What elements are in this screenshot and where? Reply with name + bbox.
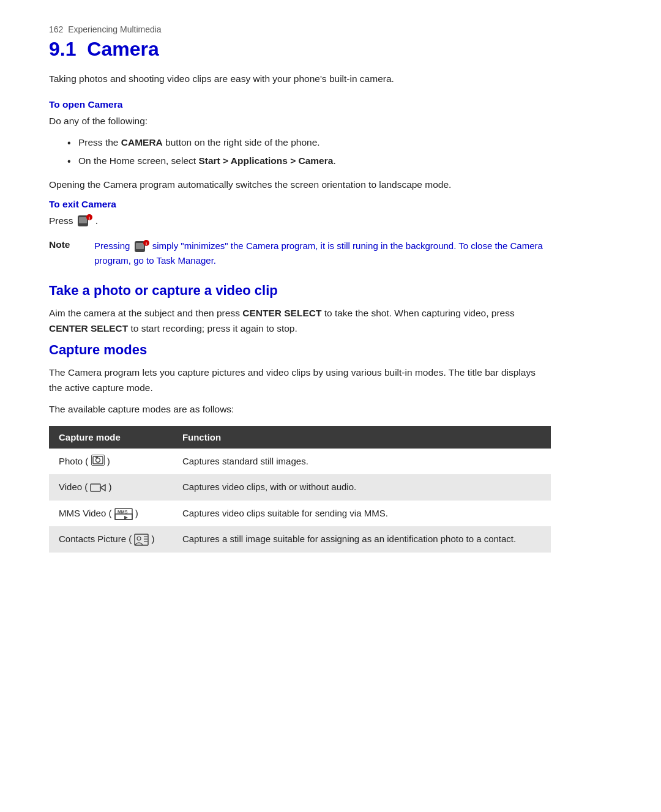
table-cell-function: Captures standard still images. [173,449,551,475]
svg-rect-14 [115,514,132,520]
capture-modes-heading: Capture modes [49,342,612,358]
svg-rect-11 [91,484,100,491]
press-label: Press [49,214,73,229]
table-row: Photo ( ) Captures standard still images… [49,449,551,475]
open-camera-bullets: Press the CAMERA button on the right sid… [67,135,612,169]
svg-marker-12 [100,485,105,491]
table-row: Contacts Picture ( ) Captures a still im… [49,526,551,553]
table-cell-function: Captures video clips suitable for sendin… [173,501,551,527]
svg-point-18 [137,537,141,540]
svg-rect-1 [79,217,87,223]
table-cell-function: Captures video clips, with or without au… [173,474,551,501]
end-key-icon: i [76,214,93,228]
table-cell-mode: Video ( ) [49,474,173,501]
svg-text:i: i [89,216,90,220]
list-item: Press the CAMERA button on the right sid… [67,135,612,151]
open-camera-intro: Do any of the following: [49,114,551,129]
video-mode-icon [90,483,106,493]
mms-mode-icon: MMS [114,508,133,520]
period: . [95,214,98,229]
svg-rect-5 [136,243,144,249]
to-exit-camera-heading: To exit Camera [49,199,612,210]
table-cell-mode: Contacts Picture ( ) [49,526,173,553]
chapter-number: 9.1 [49,38,76,60]
section-label: Experiencing Multimedia [68,24,162,34]
table-cell-function: Captures a still image suitable for assi… [173,526,551,553]
svg-text:i: i [146,241,147,245]
table-cell-mode: MMS Video ( MMS ) [49,501,173,527]
svg-text:MMS: MMS [118,510,128,514]
chapter-name: Camera [87,38,159,60]
landscape-note: Opening the Camera program automatically… [49,177,551,193]
capture-modes-intro: The Camera program lets you capture pict… [49,365,551,396]
available-modes-text: The available capture modes are as follo… [49,402,551,417]
photo-mode-icon [91,455,105,466]
chapter-title: 9.1 Camera [49,38,612,61]
table-row: Video ( ) Captures video clips, with or … [49,474,551,501]
page-number: 162 [49,24,63,34]
note-end-key-icon: i [133,240,150,253]
page-header: 162 Experiencing Multimedia [49,24,612,34]
capture-modes-table: Capture mode Function Photo ( ) Captures… [49,426,551,553]
contacts-mode-icon [134,534,149,546]
take-photo-text: Aim the camera at the subject and then p… [49,306,551,337]
table-header-row: Capture mode Function [49,426,551,449]
press-icon-line: Press i . [49,214,612,229]
svg-point-9 [95,458,100,462]
svg-marker-16 [124,516,128,520]
svg-rect-10 [95,456,98,458]
col-header-mode: Capture mode [49,426,173,449]
to-open-camera-heading: To open Camera [49,99,612,110]
note-content: Pressing i simply "minimizes" the Camera… [94,239,551,268]
note-label: Note [49,239,80,268]
col-header-function: Function [173,426,551,449]
take-photo-heading: Take a photo or capture a video clip [49,283,612,299]
intro-paragraph: Taking photos and shooting video clips a… [49,72,551,87]
table-row: MMS Video ( MMS ) Captures video clips s… [49,501,551,527]
table-cell-mode: Photo ( ) [49,449,173,475]
list-item: On the Home screen, select Start > Appli… [67,154,612,169]
note-block: Note Pressing i simply "minimizes" the C… [49,239,551,268]
